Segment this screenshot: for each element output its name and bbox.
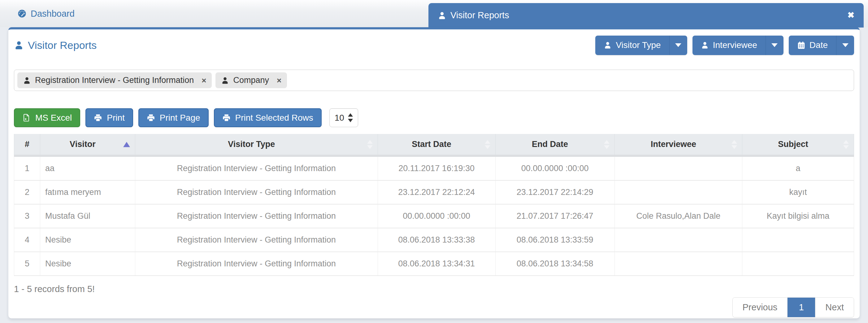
stepper-down-icon[interactable] <box>348 119 353 122</box>
filter-tag-label: Company <box>233 75 269 85</box>
print-label: Print <box>107 113 125 123</box>
cell-end-date: 08.06.2018 13:33:59 <box>495 228 615 252</box>
column-label: Interviewee <box>651 139 696 149</box>
stepper-arrows-icon[interactable] <box>348 113 353 122</box>
records-info: 1 - 5 records from 5! <box>14 284 854 294</box>
visitor-type-filter-button[interactable]: Visitor Type <box>595 36 669 55</box>
column-label: Subject <box>778 139 808 149</box>
cell-end-date: 21.07.2017 17:26:47 <box>495 204 615 228</box>
cell-start-date: 23.12.2017 22:12:24 <box>378 181 495 204</box>
visitor-reports-panel: Visitor Reports Visitor Type <box>8 27 860 318</box>
filter-tag-label: Registration Interview - Getting Informa… <box>35 75 194 85</box>
table-row[interactable]: 1aaRegistration Interview - Getting Info… <box>14 156 854 181</box>
column-header-end-date[interactable]: End Date <box>495 134 615 156</box>
page-size-value: 10 <box>335 113 344 123</box>
dashboard-gauge-icon <box>17 9 27 18</box>
column-header-visitor-type[interactable]: Visitor Type <box>135 134 378 156</box>
print-selected-rows-label: Print Selected Rows <box>235 113 313 123</box>
cell-visitor: Nesibe <box>40 228 135 252</box>
pagination-previous[interactable]: Previous <box>733 298 787 317</box>
column-header-visitor[interactable]: Visitor <box>40 134 135 156</box>
cell-visitor-type: Registration Interview - Getting Informa… <box>135 181 378 204</box>
date-filter-group: Date <box>789 36 854 55</box>
excel-file-icon: x <box>22 114 31 122</box>
visitor-reports-table: #VisitorVisitor TypeStart DateEnd DateIn… <box>14 134 854 276</box>
table-row[interactable]: 2fatıma meryemRegistration Interview - G… <box>14 181 854 204</box>
cell-visitor-type: Registration Interview - Getting Informa… <box>135 156 378 181</box>
cell-visitor: aa <box>40 156 135 181</box>
cell-start-date: 20.11.2017 16:19:30 <box>378 156 495 181</box>
printer-icon <box>94 114 102 122</box>
filter-button-groups: Visitor Type Interviewee <box>595 36 854 55</box>
user-icon <box>23 76 31 85</box>
title-row: Visitor Reports Visitor Type <box>14 29 854 55</box>
cell-subject: Kayıt bilgisi alma <box>742 204 854 228</box>
tab-bar: Dashboard Visitor Reports ✖ <box>0 0 868 27</box>
column-label: Visitor Type <box>228 139 275 149</box>
table-header-row: #VisitorVisitor TypeStart DateEnd DateIn… <box>14 134 854 156</box>
cell-start-date: 08.06.2018 13:33:38 <box>378 228 495 252</box>
tab-visitor-reports-label: Visitor Reports <box>451 10 509 21</box>
cell-subject <box>742 252 854 276</box>
cell-interviewee <box>615 181 742 204</box>
cell-index: 3 <box>14 204 40 228</box>
tab-dashboard[interactable]: Dashboard <box>17 0 74 27</box>
column-header-start-date[interactable]: Start Date <box>378 134 495 156</box>
visitor-type-filter-label: Visitor Type <box>616 40 660 50</box>
cell-visitor: Nesibe <box>40 252 135 276</box>
cell-visitor: Mustafa Gül <box>40 204 135 228</box>
remove-tag-icon[interactable]: × <box>277 76 281 85</box>
column-header-interviewee[interactable]: Interviewee <box>615 134 742 156</box>
print-selected-rows-button[interactable]: Print Selected Rows <box>214 108 322 127</box>
interviewee-filter-label: Interviewee <box>713 40 757 50</box>
ms-excel-button[interactable]: x MS Excel <box>14 108 80 127</box>
cell-visitor-type: Registration Interview - Getting Informa… <box>135 252 378 276</box>
interviewee-filter-button[interactable]: Interviewee <box>692 36 766 55</box>
user-icon <box>438 11 446 20</box>
visitor-type-filter-dropdown[interactable] <box>670 36 687 55</box>
user-icon <box>701 41 709 49</box>
tab-dashboard-label: Dashboard <box>31 9 74 19</box>
close-tab-icon[interactable]: ✖ <box>847 11 855 20</box>
column-header-index: # <box>14 134 40 156</box>
table-body: 1aaRegistration Interview - Getting Info… <box>14 156 854 276</box>
date-filter-button[interactable]: Date <box>789 36 836 55</box>
column-label: End Date <box>532 139 568 149</box>
table-row[interactable]: 4NesibeRegistration Interview - Getting … <box>14 228 854 252</box>
sort-icon <box>843 140 849 149</box>
pagination-next[interactable]: Next <box>815 298 854 317</box>
ms-excel-label: MS Excel <box>35 113 72 123</box>
column-header-subject[interactable]: Subject <box>742 134 854 156</box>
page-size-stepper[interactable]: 10 <box>329 108 358 127</box>
table-row[interactable]: 5NesibeRegistration Interview - Getting … <box>14 252 854 276</box>
pagination: Previous 1 Next <box>733 297 854 317</box>
table-row[interactable]: 3Mustafa GülRegistration Interview - Get… <box>14 204 854 228</box>
remove-tag-icon[interactable]: × <box>202 76 206 85</box>
print-button[interactable]: Print <box>86 108 133 127</box>
visitor-type-filter-group: Visitor Type <box>595 36 687 55</box>
sort-icon <box>485 140 490 149</box>
filter-tag[interactable]: Registration Interview - Getting Informa… <box>17 72 212 88</box>
printer-icon <box>222 114 230 122</box>
date-filter-label: Date <box>809 40 828 50</box>
cell-interviewee: Cole Rasulo,Alan Dale <box>615 204 742 228</box>
caret-down-icon <box>675 43 681 47</box>
filter-tag[interactable]: Company × <box>215 72 287 88</box>
cell-end-date: 00.00.0000 :00:00 <box>495 156 615 181</box>
date-filter-dropdown[interactable] <box>836 36 854 55</box>
cell-interviewee <box>615 252 742 276</box>
pagination-page-1[interactable]: 1 <box>787 298 815 317</box>
sort-icon <box>367 140 373 149</box>
caret-down-icon <box>842 43 848 47</box>
tab-visitor-reports[interactable]: Visitor Reports ✖ <box>428 3 864 28</box>
page-title: Visitor Reports <box>14 39 97 51</box>
cell-index: 5 <box>14 252 40 276</box>
toolbar: x MS Excel Print Print Page <box>14 108 854 127</box>
print-page-button[interactable]: Print Page <box>138 108 209 127</box>
interviewee-filter-dropdown[interactable] <box>766 36 783 55</box>
cell-visitor-type: Registration Interview - Getting Informa… <box>135 228 378 252</box>
user-icon <box>14 40 24 50</box>
column-label: Start Date <box>412 139 451 149</box>
stepper-up-icon[interactable] <box>348 113 353 117</box>
cell-interviewee <box>615 156 742 181</box>
